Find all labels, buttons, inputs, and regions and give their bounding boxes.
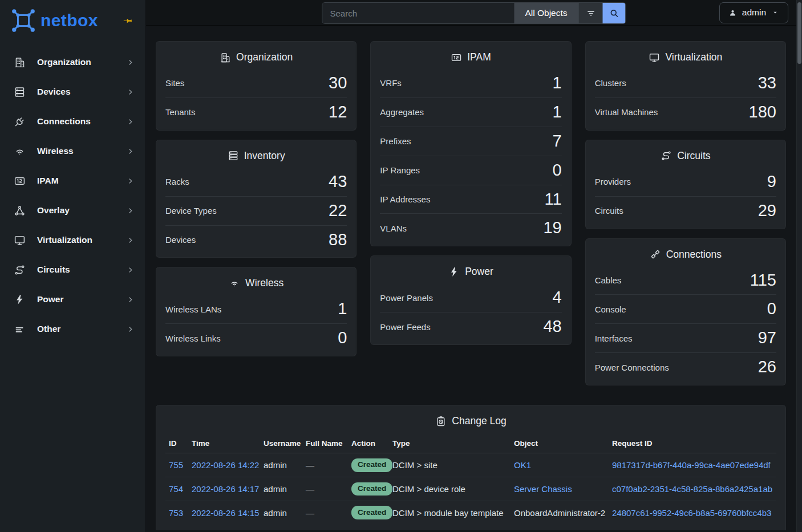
changelog-request-id-link[interactable]: 9817317d-b67f-440a-99ca-4ae07ede94df	[612, 460, 771, 470]
stat-value: 1	[553, 103, 562, 121]
card-icon	[650, 249, 661, 260]
cell-object: OK1	[511, 453, 609, 477]
changelog-object[interactable]: Server Chassis	[514, 484, 572, 494]
stat-row[interactable]: Power Feeds 48	[380, 312, 561, 341]
stat-label: Power Connections	[595, 363, 669, 372]
monitor-icon	[650, 54, 659, 61]
cell-object: OnboardAdministrator-2	[511, 501, 609, 524]
stat-card-header: Connections	[586, 239, 785, 265]
changelog-time-link[interactable]: 2022-08-26 14:17	[192, 484, 259, 494]
user-menu-button[interactable]: admin	[719, 2, 788, 23]
sidebar-item-label: Connections	[37, 116, 91, 127]
stat-row[interactable]: Device Types 22	[165, 196, 347, 225]
changelog-id-link[interactable]: 755	[169, 460, 183, 470]
sidebar-nav: Organization Devices Connections Wireles…	[0, 47, 145, 344]
stat-value: 4	[553, 289, 562, 307]
stat-label: Sites	[165, 78, 184, 88]
brand: netbox	[0, 0, 145, 39]
stat-row[interactable]: Racks 43	[165, 168, 347, 196]
sidebar-item[interactable]: Overlay	[0, 196, 145, 225]
stat-row[interactable]: Prefixes 7	[380, 127, 561, 156]
stat-value: 12	[329, 103, 347, 121]
stat-value: 11	[545, 190, 562, 209]
counter-icon	[15, 177, 25, 184]
sidebar-item[interactable]: IPAM	[0, 166, 145, 196]
stat-card: Organization Sites 30 Tenants 12	[156, 41, 357, 131]
stat-value: 19	[543, 219, 561, 237]
scrollbar-thumb[interactable]	[797, 2, 801, 64]
sidebar-item[interactable]: Wireless	[0, 136, 145, 166]
stat-row[interactable]: Clusters 33	[595, 69, 776, 98]
changelog-request-id-link[interactable]: c07f0ab2-2351-4c58-825a-8b6a2425a1ab	[612, 484, 772, 494]
search-input[interactable]	[322, 3, 514, 23]
sidebar-item-label: Devices	[37, 87, 71, 97]
stat-label: VLANs	[380, 224, 407, 233]
stat-row[interactable]: Console 0	[595, 294, 776, 323]
sidebar-item[interactable]: Power	[0, 285, 145, 314]
stat-row[interactable]: Power Panels 4	[380, 283, 561, 312]
sidebar-item-label: Overlay	[37, 205, 70, 216]
changelog-time-link[interactable]: 2022-08-26 14:15	[192, 508, 259, 518]
stat-row[interactable]: Tenants 12	[165, 98, 347, 127]
stat-row[interactable]: VRFs 1	[380, 69, 561, 98]
changelog-object[interactable]: OK1	[514, 460, 531, 470]
stat-list: Sites 30 Tenants 12	[156, 68, 356, 130]
changelog-header: Change Log	[156, 405, 785, 432]
chevron-right-icon	[127, 237, 134, 244]
stat-row[interactable]: Wireless LANs 1	[165, 295, 347, 323]
changelog-time-link[interactable]: 2022-08-26 14:22	[192, 460, 259, 470]
card-title: Organization	[236, 51, 293, 63]
cell-time: 2022-08-26 14:22	[188, 453, 260, 477]
changelog-id-link[interactable]: 753	[169, 508, 183, 518]
search-filter-button[interactable]	[578, 3, 603, 23]
stat-row[interactable]: Power Connections 26	[595, 352, 776, 381]
stat-row[interactable]: IP Ranges 0	[380, 156, 561, 185]
stat-label: Virtual Machines	[595, 107, 658, 117]
stat-label: Wireless LANs	[165, 304, 221, 314]
changelog-object[interactable]: OnboardAdministrator-2	[514, 508, 605, 518]
stat-row[interactable]: VLANs 19	[380, 213, 561, 242]
stat-label: Circuits	[595, 206, 623, 216]
sidebar-item[interactable]: Connections	[0, 107, 145, 136]
stat-value: 0	[553, 161, 562, 180]
user-menu-label: admin	[742, 7, 766, 18]
stat-row[interactable]: IP Addresses 11	[380, 185, 561, 214]
card-icon	[228, 150, 239, 161]
chevron-right-icon	[127, 207, 134, 214]
card-title: Circuits	[677, 150, 710, 162]
stat-row[interactable]: Circuits 29	[595, 196, 776, 225]
sidebar-item-label: Wireless	[37, 146, 74, 156]
search-submit-button[interactable]	[603, 3, 626, 23]
changelog-id-link[interactable]: 754	[169, 484, 183, 494]
stat-row[interactable]: Interfaces 97	[595, 323, 776, 352]
stat-label: Prefixes	[380, 136, 411, 146]
sidebar-item-label: Organization	[37, 57, 91, 67]
cell-type: DCIM > device role	[389, 477, 511, 501]
counter-icon	[452, 54, 461, 60]
sidebar-item[interactable]: Devices	[0, 77, 145, 107]
changelog-request-id-link[interactable]: 24807c61-9952-49c6-b8a5-69760bfcc4b3	[612, 508, 771, 518]
cell-time: 2022-08-26 14:17	[188, 477, 260, 501]
stat-row[interactable]: Sites 30	[165, 69, 347, 98]
stat-row[interactable]: Wireless Links 0	[165, 323, 347, 352]
stat-row[interactable]: Aggregates 1	[380, 98, 561, 127]
sidebar-item[interactable]: Virtualization	[0, 225, 145, 255]
stat-row[interactable]: Providers 9	[595, 168, 776, 196]
stat-row[interactable]: Devices 88	[165, 225, 347, 254]
stat-list: Racks 43 Device Types 22 Devices 88	[156, 166, 356, 258]
sidebar-item[interactable]: Organization	[0, 47, 145, 77]
stat-value: 9	[767, 173, 776, 191]
pin-sidebar-button[interactable]	[121, 14, 134, 27]
sidebar-item[interactable]: Circuits	[0, 255, 145, 285]
cell-action: Created	[348, 453, 389, 477]
sidebar-item[interactable]: Other	[0, 314, 145, 344]
stat-label: IP Addresses	[380, 194, 430, 204]
cell-full-name: —	[302, 453, 348, 477]
search-scope-button[interactable]: All Objects	[514, 3, 578, 23]
stat-row[interactable]: Virtual Machines 180	[595, 98, 776, 127]
stat-card: Virtualization Clusters 33 Virtual Machi…	[585, 41, 786, 131]
stat-row[interactable]: Cables 115	[595, 266, 776, 295]
cell-type: DCIM > site	[389, 453, 511, 477]
stat-value: 115	[750, 271, 776, 290]
changelog-row: 753 2022-08-26 14:15 admin — Created DCI…	[165, 501, 776, 524]
